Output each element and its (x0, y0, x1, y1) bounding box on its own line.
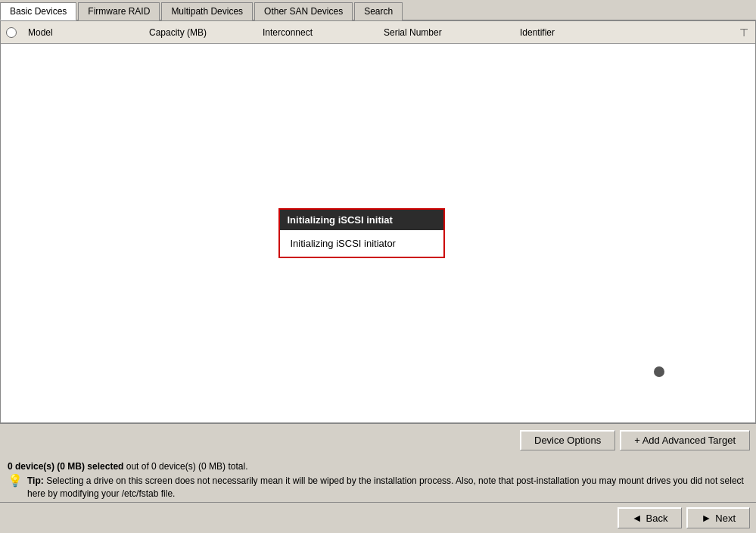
spinner-dot (654, 366, 664, 377)
device-options-button[interactable]: Device Options (520, 430, 615, 450)
tab-other-san-devices[interactable]: Other SAN Devices (254, 2, 353, 20)
col-header-serial: Serial Number (378, 27, 514, 38)
col-header-identifier: Identifier (514, 27, 733, 38)
radio-all[interactable] (6, 27, 17, 38)
col-header-capacity: Capacity (MB) (143, 27, 257, 38)
tip-label: Tip: (27, 475, 44, 486)
back-arrow-icon: ◄ (632, 512, 642, 524)
table-header: Model Capacity (MB) Interconnect Serial … (1, 21, 755, 44)
nav-bar: ◄ Back ► Next (0, 502, 756, 533)
col-header-interconnect: Interconnect (257, 27, 378, 38)
loading-dialog-title: Initializing iSCSI initiat (280, 210, 443, 230)
status-text: 0 device(s) (0 MB) selected out of 0 dev… (8, 461, 748, 472)
table-body: Initializing iSCSI initiat Initializing … (1, 44, 755, 422)
add-advanced-target-button[interactable]: + Add Advanced Target (620, 430, 750, 450)
status-bar: 0 device(s) (0 MB) selected out of 0 dev… (0, 457, 756, 502)
col-header-radio (1, 27, 22, 38)
main-area: Model Capacity (MB) Interconnect Serial … (0, 20, 756, 423)
next-arrow-icon: ► (701, 512, 711, 524)
bottom-toolbar: Device Options + Add Advanced Target (0, 423, 756, 457)
tip-text: Tip: Selecting a drive on this screen do… (27, 475, 748, 500)
next-button[interactable]: ► Next (686, 507, 750, 528)
tip-row: 💡 Tip: Selecting a drive on this screen … (8, 475, 748, 500)
col-header-model: Model (22, 27, 143, 38)
back-label: Back (646, 513, 668, 524)
tab-search[interactable]: Search (354, 2, 403, 20)
tabs-bar: Basic Devices Firmware RAID Multipath De… (0, 0, 756, 20)
back-button[interactable]: ◄ Back (618, 507, 683, 528)
tip-icon: 💡 (8, 473, 23, 488)
tab-basic-devices[interactable]: Basic Devices (0, 2, 76, 20)
tab-multipath-devices[interactable]: Multipath Devices (161, 2, 253, 20)
loading-dialog: Initializing iSCSI initiat Initializing … (278, 208, 445, 258)
tip-body: Selecting a drive on this screen does no… (27, 475, 744, 499)
loading-dialog-body: Initializing iSCSI initiator (280, 230, 443, 257)
status-selected-rest: out of 0 device(s) (0 MB) total. (123, 461, 247, 472)
tab-firmware-raid[interactable]: Firmware RAID (78, 2, 160, 20)
column-resize-icon: ⊤ (739, 26, 748, 39)
col-header-resize[interactable]: ⊤ (733, 26, 755, 39)
status-selected-bold: 0 device(s) (0 MB) selected (8, 461, 123, 472)
next-label: Next (715, 513, 736, 524)
